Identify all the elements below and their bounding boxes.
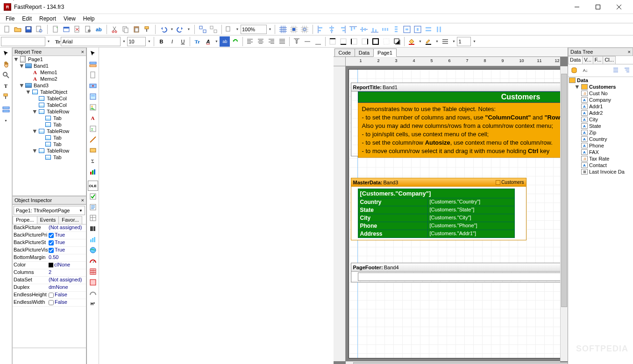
report-tree[interactable]: ⯆Page1 ⯆Band1 AMemo1 AMemo2 ⯆Band3 ⯆Tabl… (12, 56, 86, 196)
page-canvas[interactable]: ReportTitle: Band1 Customers Demonstrate… (346, 66, 561, 361)
object-barcode-button[interactable] (88, 224, 98, 234)
new-page-button[interactable] (50, 24, 61, 35)
find-dropdown[interactable]: ▼ (235, 24, 240, 35)
customers-title-memo[interactable]: Customers (358, 91, 561, 103)
data-tree-collapse-button[interactable] (611, 65, 621, 76)
same-width-button[interactable] (423, 24, 434, 35)
find-button[interactable] (224, 24, 234, 35)
frame-width-dropdown[interactable]: ▼ (471, 36, 477, 47)
table-cell-label[interactable]: City (358, 214, 428, 222)
data-tree-expand-button[interactable] (622, 65, 632, 76)
data-tree-field[interactable]: ⊞Last Invoice Da (568, 168, 633, 175)
frame-left-button[interactable] (349, 36, 359, 47)
frame-all-button[interactable] (370, 36, 381, 47)
frame-style-dropdown[interactable]: ▼ (451, 36, 456, 47)
data-tree-root[interactable]: Data (577, 77, 588, 83)
open-button[interactable] (13, 24, 23, 35)
tree-toggle[interactable]: ⯆ (14, 57, 19, 62)
rotate-text-button[interactable] (230, 36, 241, 47)
group-button[interactable] (198, 24, 208, 35)
font-size-combo[interactable] (127, 37, 146, 46)
align-bottom-edges-button[interactable] (370, 24, 380, 35)
frame-bottom-button[interactable] (338, 36, 349, 47)
frame-top-button[interactable] (327, 36, 338, 47)
object-gauge-button[interactable] (88, 256, 98, 266)
tree-node-memo1[interactable]: Memo1 (39, 70, 58, 75)
vertical-scrollbar[interactable] (560, 66, 568, 361)
data-tree-field[interactable]: ACity (568, 116, 633, 123)
font-color-button[interactable]: A (203, 36, 213, 47)
copy-button[interactable] (121, 24, 131, 35)
preview-button[interactable] (34, 24, 44, 35)
data-tree[interactable]: Data ⯆Customers .0Cust NoACompanyAAddr1A… (568, 77, 633, 364)
object-file-button[interactable] (88, 70, 98, 80)
object-crosstab-button[interactable] (88, 213, 98, 223)
table-row[interactable]: Phone[Customers."Phone"] (358, 222, 515, 230)
table-cell-value[interactable]: [Customers."City"] (428, 214, 515, 222)
page-paper[interactable]: ReportTitle: Band1 Customers Demonstrate… (349, 69, 561, 358)
tab-data[interactable]: Data (355, 49, 374, 56)
object-insert-button[interactable] (88, 81, 98, 91)
center-v-in-band-button[interactable] (413, 24, 423, 35)
tree-node-tab[interactable]: Tab (52, 154, 63, 160)
menu-file[interactable]: File (2, 14, 18, 23)
minimize-button[interactable] (566, 0, 587, 14)
menu-view[interactable]: View (60, 14, 79, 23)
tree-node-tab[interactable]: Tab (52, 135, 63, 140)
object-zipcode-button[interactable] (88, 288, 98, 298)
object-sysmemo-button[interactable]: Σ (88, 124, 98, 134)
new-dialog-button[interactable] (61, 24, 71, 35)
prop-backpicturestretch-check[interactable] (49, 240, 54, 245)
tree-toggle[interactable]: ⯆ (26, 90, 31, 94)
tree-toggle[interactable]: ⯆ (32, 129, 37, 133)
prop-backpicturevisible-check[interactable] (49, 248, 54, 253)
text-align-center-button[interactable] (256, 36, 266, 47)
report-title-band[interactable]: ReportTitle: Band1 Customers Demonstrate… (351, 83, 561, 156)
data-tree-field[interactable]: AAddr2 (568, 110, 633, 116)
frame-width-combo[interactable] (457, 37, 471, 46)
data-tree-field[interactable]: AState (568, 123, 633, 129)
underline-button[interactable]: U (178, 36, 188, 47)
object-dialpage-button[interactable]: H² (88, 299, 98, 309)
hand-tool-button[interactable] (1, 59, 11, 70)
table-cell-label[interactable]: Address (358, 230, 428, 238)
data-tree-dataset[interactable]: Customers (589, 84, 616, 90)
object-cellular-button[interactable] (88, 277, 98, 287)
tab-code[interactable]: Code (334, 49, 355, 56)
report-tree-close-button[interactable]: × (81, 49, 84, 55)
table-cell-label[interactable]: Country (358, 198, 428, 206)
frame-shadow-button[interactable] (392, 36, 402, 47)
object-map-button[interactable] (88, 245, 98, 255)
text-valign-middle-button[interactable] (302, 36, 313, 47)
data-tree-tab-functions[interactable]: F... (593, 56, 604, 64)
fill-color-button[interactable] (406, 36, 417, 47)
horizontal-scrollbar[interactable] (346, 361, 561, 364)
page-footer-band[interactable]: PageFooter: Band4 [Page#] (351, 263, 561, 282)
zoom-tool-button[interactable] (1, 70, 11, 80)
data-tree-field[interactable]: ACompany (568, 97, 633, 103)
object-subreport-button[interactable] (88, 91, 98, 102)
object-inspector-close-button[interactable]: × (81, 197, 84, 203)
events-tab[interactable]: Events (37, 216, 59, 224)
band-header[interactable]: MasterData: Band3 Customers (351, 178, 526, 187)
data-tree-tab-variables[interactable]: V... (582, 56, 593, 64)
data-tree-field[interactable]: .0Tax Rate (568, 155, 633, 162)
menu-edit[interactable]: Edit (18, 14, 36, 23)
italic-button[interactable]: I (167, 36, 177, 47)
ruler-vertical[interactable] (334, 66, 346, 361)
align-centers-v-button[interactable] (359, 24, 369, 35)
prop-endlessheight-check[interactable] (49, 293, 54, 298)
data-tree-close-button[interactable]: × (628, 49, 631, 55)
prop-backpictureprint-check[interactable] (49, 233, 54, 238)
data-tree-field[interactable]: ACountry (568, 136, 633, 142)
undo-button[interactable] (158, 24, 169, 35)
table-row[interactable]: State[Customers."State"] (358, 206, 515, 214)
object-checkbox-button[interactable] (88, 191, 98, 202)
space-h-button[interactable] (380, 24, 391, 35)
tree-node-tablecol[interactable]: TableCol (46, 102, 68, 108)
object-band-button[interactable] (88, 59, 98, 70)
variables-button[interactable]: ab (93, 24, 104, 35)
object-chart2-button[interactable] (88, 234, 98, 245)
font-combo[interactable] (61, 37, 121, 46)
show-grid-button[interactable] (278, 24, 288, 35)
